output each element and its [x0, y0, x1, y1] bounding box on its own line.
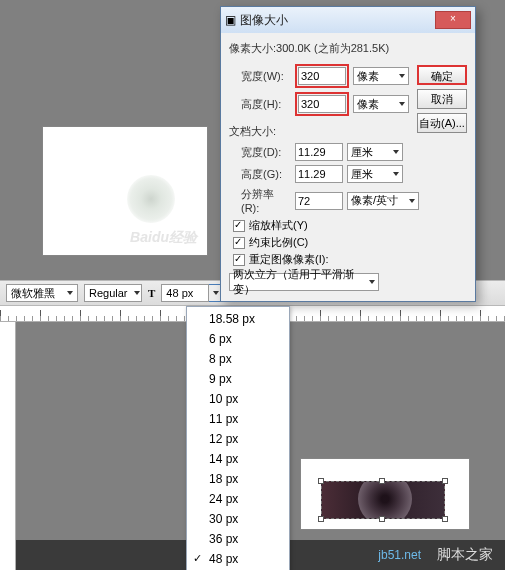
- transform-handle[interactable]: [318, 478, 324, 484]
- font-size-option[interactable]: 8 px: [187, 349, 289, 369]
- close-icon[interactable]: ×: [435, 11, 471, 29]
- chevron-down-icon: [399, 74, 405, 78]
- site-link[interactable]: jb51.net: [378, 548, 421, 562]
- eye-graphic: [127, 175, 175, 223]
- interpolation-select[interactable]: 两次立方（适用于平滑渐变）: [229, 273, 379, 291]
- transform-handle[interactable]: [442, 516, 448, 522]
- chevron-down-icon: [399, 102, 405, 106]
- resample-label: 重定图像像素(I):: [249, 252, 328, 267]
- font-family-select[interactable]: 微软雅黑: [6, 284, 78, 302]
- dialog-title: 图像大小: [240, 12, 435, 29]
- doc-height-label: 高度(G):: [241, 167, 291, 182]
- font-size-option[interactable]: 30 px: [187, 509, 289, 529]
- pixel-size-summary: 像素大小:300.0K (之前为281.5K): [229, 41, 467, 56]
- constrain-checkbox[interactable]: [233, 237, 245, 249]
- watermark: Baidu经验: [130, 229, 197, 247]
- transform-handle[interactable]: [318, 516, 324, 522]
- doc-width-field[interactable]: [295, 143, 343, 161]
- chevron-down-icon: [409, 199, 415, 203]
- dialog-titlebar[interactable]: ▣ 图像大小 ×: [221, 7, 475, 33]
- scale-styles-checkbox[interactable]: [233, 220, 245, 232]
- font-size-option[interactable]: 11 px: [187, 409, 289, 429]
- width-field[interactable]: [298, 67, 346, 85]
- check-icon: ✓: [193, 550, 202, 566]
- font-size-dropdown[interactable]: 18.58 px6 px8 px9 px10 px11 px12 px14 px…: [186, 306, 290, 570]
- chevron-down-icon: [369, 280, 375, 284]
- font-size-option[interactable]: 12 px: [187, 429, 289, 449]
- transform-handle[interactable]: [442, 478, 448, 484]
- scale-styles-label: 缩放样式(Y): [249, 218, 308, 233]
- transform-handle[interactable]: [379, 478, 385, 484]
- chevron-down-icon: [134, 291, 140, 295]
- ok-button[interactable]: 确定: [417, 65, 467, 85]
- size-icon: T: [148, 287, 155, 299]
- font-size-option[interactable]: 9 px: [187, 369, 289, 389]
- height-label: 高度(H):: [241, 97, 291, 112]
- doc-width-label: 宽度(D):: [241, 145, 291, 160]
- resample-checkbox[interactable]: [233, 254, 245, 266]
- auto-button[interactable]: 自动(A)...: [417, 113, 467, 133]
- width-unit-select[interactable]: 像素: [353, 67, 409, 85]
- vertical-ruler: [0, 306, 16, 570]
- font-size-option[interactable]: 36 px: [187, 529, 289, 549]
- chevron-down-icon: [393, 172, 399, 176]
- font-size-option[interactable]: 18 px: [187, 469, 289, 489]
- resolution-label: 分辨率(R):: [241, 187, 291, 214]
- doc-height-field[interactable]: [295, 165, 343, 183]
- chevron-down-icon: [213, 291, 219, 295]
- font-size-field[interactable]: 48 px: [161, 284, 209, 302]
- font-size-option[interactable]: 18.58 px: [187, 309, 289, 329]
- resolution-field[interactable]: [295, 192, 343, 210]
- font-size-option[interactable]: 24 px: [187, 489, 289, 509]
- image-size-dialog: ▣ 图像大小 × 确定 取消 自动(A)... 像素大小:300.0K (之前为…: [220, 6, 476, 302]
- cancel-button[interactable]: 取消: [417, 89, 467, 109]
- resolution-unit-select[interactable]: 像素/英寸: [347, 192, 419, 210]
- height-field[interactable]: [298, 95, 346, 113]
- doc-width-unit-select[interactable]: 厘米: [347, 143, 403, 161]
- font-size-option[interactable]: 10 px: [187, 389, 289, 409]
- width-label: 宽度(W):: [241, 69, 291, 84]
- canvas-document-2[interactable]: [300, 458, 470, 530]
- brand-label: 脚本之家: [437, 546, 493, 564]
- font-size-option[interactable]: 48 px✓: [187, 549, 289, 569]
- selected-layer-graphic[interactable]: [321, 481, 445, 519]
- canvas-document-1[interactable]: Baidu经验: [42, 126, 208, 256]
- chevron-down-icon: [67, 291, 73, 295]
- app-icon: ▣: [225, 13, 236, 27]
- font-size-option[interactable]: 6 px: [187, 329, 289, 349]
- chevron-down-icon: [393, 150, 399, 154]
- font-style-select[interactable]: Regular: [84, 284, 142, 302]
- constrain-label: 约束比例(C): [249, 235, 308, 250]
- transform-handle[interactable]: [379, 516, 385, 522]
- font-size-option[interactable]: 14 px: [187, 449, 289, 469]
- height-unit-select[interactable]: 像素: [353, 95, 409, 113]
- doc-height-unit-select[interactable]: 厘米: [347, 165, 403, 183]
